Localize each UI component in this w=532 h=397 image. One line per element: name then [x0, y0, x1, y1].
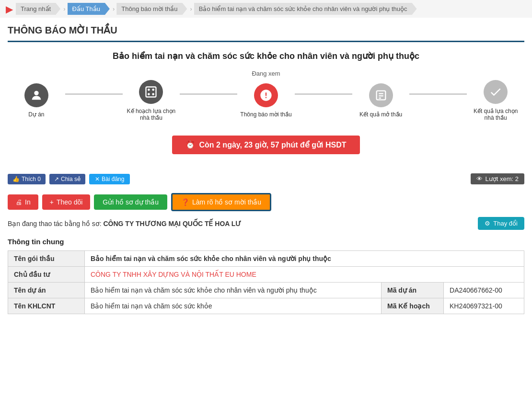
step-label-ket-qua-mo: Kết quả mở thầu — [359, 111, 402, 118]
gear-icon: ⚙ — [485, 220, 490, 227]
twitter-label: Bài đăng — [102, 176, 124, 182]
view-count: 👁 Lượt xem: 2 — [471, 173, 524, 184]
chu-dau-tu-link[interactable]: CÔNG TY TNHH XÂY DỰNG VÀ NỘI THẤT EU HOM… — [91, 271, 256, 278]
follow-button[interactable]: + Theo dõi — [42, 194, 91, 210]
submit-label: Gửi hồ sơ dự thầu — [103, 198, 159, 206]
step-label-ket-qua-lua-chon: Kết quả lựa chọn nhà thầu — [469, 108, 522, 121]
twitter-post-button[interactable]: ✕ Bài đăng — [89, 174, 130, 184]
connector-2 — [180, 93, 237, 95]
label-ten-goi-thau: Tên gói thầu — [8, 251, 85, 267]
table-row: Tên KHLCNT Bảo hiểm tai nạn và chăm sóc … — [8, 298, 524, 314]
working-company-name: CÔNG TY THƯƠNG MẠI QUỐC TẾ HOA LƯ — [103, 220, 241, 227]
breadcrumb-sep-2: › — [113, 5, 115, 12]
label-ma-du-an: Mã dự án — [382, 283, 444, 298]
svg-point-5 — [152, 93, 155, 95]
clarify-label: Làm rõ hồ sơ mời thầu — [192, 198, 261, 206]
info-section-title: Thông tin chung — [8, 238, 524, 246]
step-label-du-an: Dự án — [28, 111, 44, 118]
working-company-prefix: Bạn đang thao tác bằng hồ sơ: — [8, 220, 102, 227]
step-circle-thong-bao — [254, 83, 278, 107]
view-label: Lượt xem: 2 — [486, 175, 519, 182]
clarify-icon: ❓ — [181, 198, 189, 206]
svg-point-3 — [152, 89, 155, 91]
fb-share-button[interactable]: ↗ Chia sẻ — [49, 174, 85, 184]
working-company-bar: Bạn đang thao tác bằng hồ sơ: CÔNG TY TH… — [8, 217, 524, 230]
step-ke-hoach: Kế hoạch lựa chọn nhà thầu — [123, 80, 180, 121]
dang-xem-label: Đang xem — [252, 70, 280, 77]
label-ten-du-an: Tên dự án — [8, 283, 85, 298]
breadcrumb: ▶ Trang nhất › Đấu Thầu › Thông báo mời … — [0, 0, 532, 18]
print-button[interactable]: 🖨 In — [8, 194, 38, 210]
step-du-an: Dự án — [8, 83, 65, 118]
step-label-ke-hoach: Kế hoạch lựa chọn nhà thầu — [125, 108, 177, 121]
steps-row: Dự án Kế hoạch lựa chọn nhà thầu Thông b… — [8, 80, 524, 121]
change-label: Thay đổi — [493, 220, 518, 227]
breadcrumb-item-dau-thau[interactable]: Đấu Thầu — [68, 3, 111, 15]
timer-text: Còn 2 ngày, 23 giờ, 57 phút để gửi HSDT — [199, 140, 346, 149]
connector-1 — [65, 93, 123, 95]
progress-container: Đang xem Dự án Kế hoạch lựa chọn nhà thầ… — [8, 70, 524, 121]
twitter-icon: ✕ — [95, 176, 100, 182]
value-ten-du-an: Bảo hiểm tai nạn và chăm sóc sức khỏe ch… — [85, 283, 382, 298]
value-ten-goi-thau: Bảo hiểm tai nạn và chăm sóc sức khỏe ch… — [85, 251, 524, 267]
breadcrumb-sep-1: › — [63, 5, 65, 12]
svg-point-4 — [148, 93, 150, 95]
social-left: 👍 Thích 0 ↗ Chia sẻ ✕ Bài đăng — [8, 174, 130, 184]
svg-rect-1 — [146, 87, 156, 97]
table-row: Tên dự án Bảo hiểm tai nạn và chăm sóc s… — [8, 283, 524, 298]
social-bar: 👍 Thích 0 ↗ Chia sẻ ✕ Bài đăng 👁 Lượt xe… — [8, 171, 524, 186]
section-title: THÔNG BÁO MỜI THẦU — [8, 18, 524, 42]
label-chu-dau-tu: Chủ đầu tư — [8, 267, 85, 283]
submit-button[interactable]: Gửi hồ sơ dự thầu — [94, 194, 167, 210]
connector-4 — [409, 93, 467, 95]
fb-share-icon: ↗ — [54, 176, 59, 182]
fb-like-icon: 👍 — [12, 176, 20, 182]
step-ket-qua-mo: Kết quả mở thầu — [352, 83, 410, 118]
value-ten-khlcnt: Bảo hiểm tai nạn và chăm sóc sức khỏe — [85, 298, 382, 314]
view-icon: 👁 — [476, 175, 483, 182]
step-circle-du-an — [24, 83, 48, 107]
breadcrumb-item-detail: Bảo hiểm tai nạn và chăm sóc sức khỏe ch… — [194, 3, 418, 15]
main-heading: Bảo hiểm tai nạn và chăm sóc sức khỏe ch… — [8, 51, 524, 61]
breadcrumb-item-home[interactable]: Trang nhất — [16, 3, 61, 15]
step-thong-bao: Thông báo mời thầu — [237, 83, 295, 118]
table-row: Chủ đầu tư CÔNG TY TNHH XÂY DỰNG VÀ NỘI … — [8, 267, 524, 283]
breadcrumb-item-thong-bao[interactable]: Thông báo mời thầu — [116, 3, 188, 15]
step-circle-ke-hoach — [139, 80, 163, 104]
change-company-button[interactable]: ⚙ Thay đổi — [478, 217, 524, 230]
svg-point-0 — [34, 91, 38, 95]
clarify-button[interactable]: ❓ Làm rõ hồ sơ mời thầu — [171, 193, 271, 211]
table-row: Tên gói thầu Bảo hiểm tai nạn và chăm só… — [8, 251, 524, 267]
action-buttons: 🖨 In + Theo dõi Gửi hồ sơ dự thầu ❓ Làm … — [8, 193, 524, 211]
label-ten-khlcnt: Tên KHLCNT — [8, 298, 85, 314]
breadcrumb-sep-3: › — [190, 5, 192, 12]
value-ma-du-an: DA240667662-00 — [444, 283, 524, 298]
follow-plus-icon: + — [50, 198, 54, 206]
print-label: In — [25, 198, 31, 206]
step-ket-qua-lua-chon: Kết quả lựa chọn nhà thầu — [467, 80, 524, 121]
label-ma-ke-hoach: Mã Kế hoạch — [382, 298, 444, 314]
connector-3 — [295, 93, 352, 95]
timer-badge: ⏰ Còn 2 ngày, 23 giờ, 57 phút để gửi HSD… — [172, 136, 359, 154]
breadcrumb-arrow-icon: ▶ — [6, 3, 13, 15]
timer-icon: ⏰ — [185, 140, 195, 149]
info-table: Tên gói thầu Bảo hiểm tai nạn và chăm só… — [8, 250, 524, 314]
fb-like-button[interactable]: 👍 Thích 0 — [8, 174, 46, 184]
svg-point-2 — [148, 89, 150, 91]
step-circle-ket-qua-mo — [369, 83, 393, 107]
print-icon: 🖨 — [15, 198, 22, 206]
step-label-thong-bao: Thông báo mời thầu — [240, 111, 291, 118]
fb-share-label: Chia sẻ — [61, 176, 81, 182]
value-ma-ke-hoach: KH240697321-00 — [444, 298, 524, 314]
fb-like-label: Thích 0 — [22, 176, 41, 182]
working-company-text: Bạn đang thao tác bằng hồ sơ: CÔNG TY TH… — [8, 220, 241, 227]
value-chu-dau-tu: CÔNG TY TNHH XÂY DỰNG VÀ NỘI THẤT EU HOM… — [85, 267, 524, 283]
follow-label: Theo dõi — [57, 198, 82, 206]
step-circle-ket-qua-lua-chon — [484, 80, 508, 104]
